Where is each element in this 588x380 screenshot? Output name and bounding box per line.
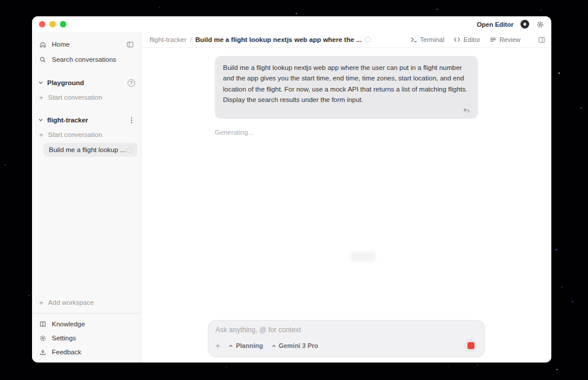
review-label: Review — [500, 36, 520, 43]
chevron-down-icon[interactable] — [38, 80, 44, 86]
home-icon — [39, 41, 47, 48]
flight-tracker-label: flight-tracker — [47, 117, 88, 124]
kebab-menu-icon[interactable]: ⋮ — [128, 117, 135, 124]
editor-button[interactable]: Editor — [454, 36, 480, 43]
terminal-icon — [410, 36, 417, 43]
user-message-bubble: Build me a flight lookup nextjs web app … — [215, 56, 478, 119]
plus-icon: + — [39, 299, 44, 307]
mode-selector[interactable]: Planning — [228, 342, 263, 349]
conversation-header: flight-tracker / Build me a flight looku… — [141, 32, 551, 48]
undo-icon[interactable] — [462, 107, 470, 114]
review-button[interactable]: Review — [490, 36, 520, 43]
add-workspace-label: Add workspace — [48, 299, 94, 306]
chevron-up-icon — [228, 343, 233, 349]
start-conversation-label: Start conversation — [48, 131, 102, 138]
conversation-title-label: Build me a flight lookup ... — [49, 146, 126, 153]
sidebar-item-search[interactable]: Search conversations — [32, 52, 141, 67]
breadcrumb-conversation-title: Build me a flight lookup nextjs web app … — [195, 36, 362, 43]
attach-plus-icon[interactable]: + — [215, 342, 220, 350]
plus-icon: + — [39, 131, 44, 139]
flight-tracker-start-conversation[interactable]: + Start conversation — [32, 128, 141, 142]
search-label: Search conversations — [52, 56, 116, 63]
knowledge-label: Knowledge — [52, 321, 85, 328]
sidebar-item-feedback[interactable]: Feedback — [32, 345, 141, 359]
close-window-button[interactable] — [39, 21, 45, 27]
main-panel: flight-tracker / Build me a flight looku… — [141, 32, 551, 363]
titlebar: Open Editor — [32, 16, 551, 32]
sidebar-section-flight-tracker[interactable]: flight-tracker ⋮ — [32, 112, 141, 128]
sidebar-section-playground[interactable]: Playground ? — [32, 75, 141, 90]
code-icon — [454, 36, 461, 43]
add-workspace-button[interactable]: + Add workspace — [32, 295, 141, 309]
gear-icon — [39, 335, 47, 342]
model-selector[interactable]: Gemini 3 Pro — [271, 342, 318, 349]
app-window: Open Editor Home — [32, 16, 551, 363]
user-message-text: Build me a flight lookup nextjs web app … — [223, 62, 470, 105]
account-icon[interactable] — [520, 20, 529, 29]
loading-shimmer — [350, 252, 376, 262]
settings-label: Settings — [52, 335, 76, 342]
editor-label: Editor — [463, 36, 480, 43]
terminal-label: Terminal — [420, 36, 445, 43]
stop-generation-button[interactable] — [465, 339, 477, 352]
help-icon[interactable]: ? — [127, 79, 135, 87]
chat-input[interactable] — [215, 326, 477, 334]
settings-gear-icon[interactable] — [536, 20, 544, 29]
playground-start-conversation[interactable]: + Start conversation — [32, 90, 141, 104]
feedback-tray-icon — [39, 349, 47, 356]
review-list-icon — [490, 36, 497, 43]
composer: + Planning Gemini — [208, 320, 485, 357]
chat-area: Build me a flight lookup nextjs web app … — [141, 48, 551, 363]
plus-icon: + — [39, 94, 44, 101]
breadcrumb-workspace[interactable]: flight-tracker — [150, 36, 186, 43]
playground-label: Playground — [47, 79, 84, 86]
book-icon — [39, 321, 47, 328]
sidebar: Home Search conversations Playground ? — [32, 32, 141, 363]
zoom-window-button[interactable] — [60, 21, 66, 27]
home-label: Home — [52, 41, 70, 48]
start-conversation-label: Start conversation — [48, 94, 102, 101]
sidebar-item-settings[interactable]: Settings — [32, 331, 141, 345]
sidebar-divider — [32, 313, 141, 314]
collapse-sidebar-icon[interactable] — [126, 41, 134, 48]
loading-spinner-icon — [126, 147, 133, 153]
toggle-right-panel-icon[interactable] — [538, 36, 546, 44]
search-icon — [39, 56, 47, 64]
terminal-button[interactable]: Terminal — [410, 36, 445, 43]
window-controls — [39, 21, 66, 27]
active-conversation-item[interactable]: Build me a flight lookup ... — [44, 143, 137, 157]
loading-spinner-icon — [365, 37, 371, 43]
chevron-up-icon — [271, 343, 277, 349]
breadcrumb-separator: / — [190, 36, 192, 43]
stop-icon — [467, 342, 474, 349]
generating-status: Generating... — [215, 129, 478, 136]
minimize-window-button[interactable] — [49, 21, 56, 27]
sidebar-item-knowledge[interactable]: Knowledge — [32, 317, 141, 331]
feedback-label: Feedback — [52, 349, 82, 356]
mode-label: Planning — [236, 342, 263, 349]
open-editor-button[interactable]: Open Editor — [477, 21, 513, 28]
model-label: Gemini 3 Pro — [279, 342, 318, 349]
sidebar-item-home[interactable]: Home — [32, 37, 141, 52]
chevron-down-icon[interactable] — [38, 117, 44, 123]
